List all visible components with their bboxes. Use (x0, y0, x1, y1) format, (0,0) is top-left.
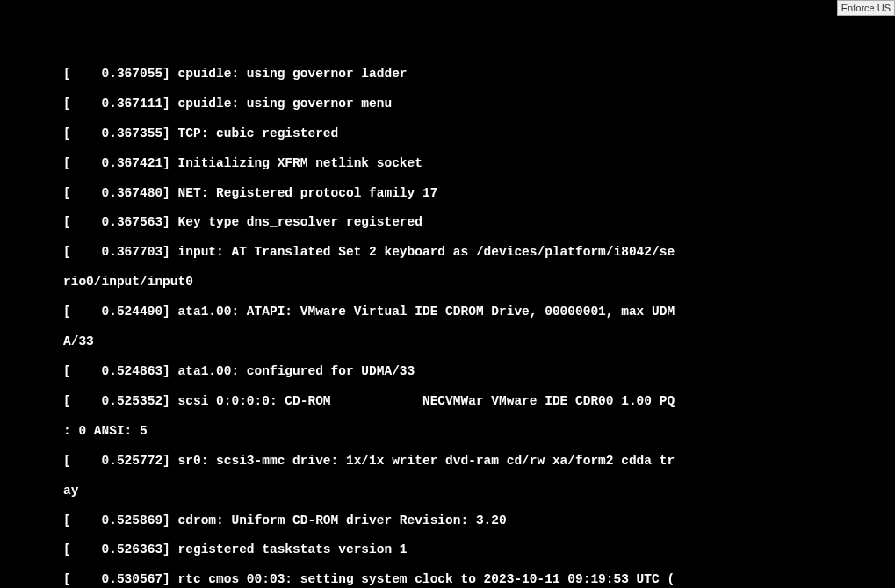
kernel-log-line: A/33 (63, 334, 877, 349)
kernel-log-line: [ 0.367480] NET: Registered protocol fam… (63, 186, 877, 201)
enforce-button[interactable]: Enforce US (837, 0, 895, 16)
kernel-log-line: : 0 ANSI: 5 (63, 424, 877, 439)
kernel-log-line: rio0/input/input0 (63, 275, 877, 290)
kernel-log-line: [ 0.367055] cpuidle: using governor ladd… (63, 67, 877, 82)
kernel-log-line: [ 0.525352] scsi 0:0:0:0: CD-ROM NECVMWa… (63, 394, 877, 409)
kernel-log-line: [ 0.525772] sr0: scsi3-mmc drive: 1x/1x … (63, 454, 877, 469)
kernel-log-line: [ 0.530567] rtc_cmos 00:03: setting syst… (63, 572, 877, 587)
kernel-log-line: [ 0.367703] input: AT Translated Set 2 k… (63, 245, 877, 260)
kernel-log-line: [ 0.524490] ata1.00: ATAPI: VMware Virtu… (63, 305, 877, 319)
kernel-log-line: [ 0.367111] cpuidle: using governor menu (63, 97, 877, 111)
kernel-log-line: ay (63, 484, 877, 498)
kernel-log-line: [ 0.525869] cdrom: Uniform CD-ROM driver… (63, 513, 877, 528)
kernel-log-line: [ 0.367421] Initializing XFRM netlink so… (63, 156, 877, 171)
kernel-log-line: [ 0.367563] Key type dns_resolver regist… (63, 215, 877, 230)
kernel-log-line: [ 0.526363] registered taskstats version… (63, 542, 877, 557)
boot-console: [ 0.367055] cpuidle: using governor ladd… (0, 0, 895, 588)
kernel-log-line: [ 0.524863] ata1.00: configured for UDMA… (63, 364, 877, 379)
kernel-log-line: [ 0.367355] TCP: cubic registered (63, 126, 877, 141)
